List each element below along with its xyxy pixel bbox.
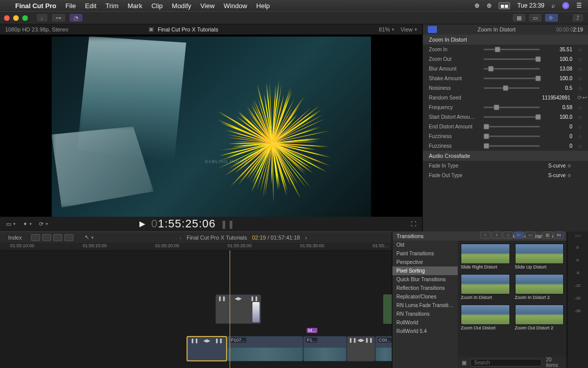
menu-help[interactable]: Help [256, 2, 270, 10]
category-item[interactable]: RollWorld [392, 318, 458, 327]
timeline-body[interactable]: ❚❚ ◀▶ ❚❚ M... ❚❚ ◀▶ ❚❚ P107... P1... ❚❚ [0, 251, 392, 368]
transition-thumb[interactable]: Zoom Out Distort 2 [515, 305, 564, 331]
spotlight-icon[interactable]: ⌕ [552, 2, 555, 9]
keyframe-icon[interactable]: ◇ [578, 105, 582, 110]
transition-inspector-icon[interactable] [428, 26, 437, 33]
param-slider[interactable] [484, 126, 540, 127]
effects-browser-button[interactable]: ▦ [542, 231, 553, 239]
clip-p107[interactable]: P107... [227, 336, 303, 361]
retime-popup[interactable]: ⟳ [39, 221, 48, 227]
param-value[interactable]: 13.08 [547, 66, 572, 72]
reset-icon[interactable]: ↩ [582, 94, 587, 101]
timeline-nav-next[interactable]: › [305, 235, 307, 241]
notification-center-icon[interactable]: ☰ [576, 2, 582, 9]
category-item[interactable]: RN Transitions [392, 310, 458, 318]
background-tasks-button[interactable]: ◔ [69, 13, 83, 22]
transition-thumb[interactable]: Zoom Out Distort [461, 305, 510, 331]
param-slider[interactable] [484, 68, 540, 70]
transition-thumb[interactable]: Slide Right Distort [461, 244, 510, 270]
menu-edit[interactable]: Edit [85, 2, 96, 10]
param-slider[interactable] [484, 49, 540, 50]
marker-tag[interactable]: M... [307, 328, 317, 333]
category-item[interactable]: Quick Blur Transitions [392, 275, 458, 284]
param-slider[interactable] [484, 145, 540, 147]
index-button[interactable]: Index [4, 233, 26, 242]
menu-modify[interactable]: Modify [172, 2, 191, 10]
browser-layout-button[interactable]: ▦ [512, 13, 526, 22]
clip-p1[interactable]: P1... [303, 336, 347, 361]
fullscreen-button[interactable]: ⛶ [411, 221, 416, 227]
overwrite-clip-button[interactable] [64, 234, 74, 241]
category-item[interactable]: Reflection Transitions [392, 284, 458, 292]
transitions-browser-button[interactable]: ⋈ [554, 231, 564, 239]
keyword-button[interactable]: ⊶ [51, 13, 66, 22]
snapping-button[interactable]: ⊨ [514, 231, 524, 239]
keyframe-icon[interactable]: ◇ [578, 66, 582, 72]
share-button[interactable]: ⤴ [572, 13, 584, 22]
param-slider[interactable] [484, 116, 540, 118]
menu-file[interactable]: File [65, 2, 76, 10]
param-slider[interactable] [484, 78, 540, 79]
param-value[interactable]: 0 [547, 133, 572, 139]
playhead[interactable] [230, 251, 230, 368]
search-input[interactable] [470, 359, 542, 366]
effects-popup[interactable]: ✦ [23, 221, 32, 227]
clip-transition-selected[interactable]: ❚❚ ◀▶ ❚❚ [187, 336, 227, 361]
clip-transition-upper[interactable]: ❚❚ ◀▶ ❚❚ [215, 294, 261, 324]
zoom-popup[interactable]: 81% [379, 26, 394, 32]
inspector-toggle-button[interactable]: ⊪ [544, 13, 559, 22]
category-item[interactable]: RN Luma Fade Transitions [392, 301, 458, 310]
keyframe-icon[interactable]: ◇ [578, 57, 582, 62]
menu-trim[interactable]: Trim [105, 2, 119, 10]
regenerate-icon[interactable]: ⟳ [577, 94, 582, 101]
param-value[interactable]: 0.58 [547, 105, 572, 110]
import-button[interactable]: ↓ [36, 13, 48, 22]
insert-clip-button[interactable] [42, 234, 51, 241]
keyframe-icon[interactable]: ◇ [578, 124, 582, 129]
airdrop-icon[interactable]: ⊕ [474, 2, 480, 9]
timeline-nav-prev[interactable]: ‹ [179, 235, 181, 241]
timeline-layout-button[interactable]: ▭ [528, 13, 542, 22]
play-button[interactable]: ▶ [139, 219, 146, 228]
siri-icon[interactable] [562, 2, 569, 9]
view-popup[interactable]: View [400, 26, 417, 32]
fade-out-dropdown[interactable]: S-curve ◇ [548, 173, 571, 178]
category-item[interactable]: Old [392, 241, 458, 249]
clip-audio-right[interactable] [383, 294, 392, 324]
transition-thumb[interactable]: Slide Up Distort [515, 244, 564, 270]
battery-icon[interactable]: ◼◼ [499, 3, 510, 9]
menu-clip[interactable]: Clip [152, 2, 163, 10]
param-value[interactable]: 100.0 [547, 114, 572, 120]
timeline-view-button[interactable]: ▭ [525, 231, 535, 239]
app-name-menu[interactable]: Final Cut Pro [15, 2, 56, 10]
viewer-canvas[interactable]: SABLING HOUSE [0, 35, 422, 217]
menu-view[interactable]: View [200, 2, 214, 10]
fade-in-dropdown[interactable]: S-curve ◇ [548, 163, 571, 169]
window-zoom-button[interactable] [22, 15, 28, 21]
solo-button[interactable]: ♫ [503, 231, 513, 239]
param-value[interactable]: 100.0 [547, 76, 572, 81]
keyframe-icon[interactable]: ◇ [578, 144, 582, 149]
clip-transition-right[interactable]: ❚❚ ◀▶ ❚❚ [347, 336, 375, 361]
append-clip-button[interactable] [53, 234, 62, 241]
param-value[interactable]: 0.5 [547, 85, 572, 91]
select-tool[interactable]: ↖ [85, 234, 94, 241]
transition-thumb[interactable]: Zoom In Distort [461, 274, 510, 300]
thumb-size-icon[interactable]: ▦ [462, 360, 466, 365]
clock[interactable]: Tue 23:39 [517, 2, 544, 9]
param-value[interactable]: 0 [547, 143, 572, 149]
audio-skimming-button[interactable]: ⊧ [492, 231, 502, 239]
category-item[interactable]: Replicator/Clones [392, 292, 458, 301]
wifi-icon[interactable]: ⊚ [487, 2, 492, 9]
window-close-button[interactable] [4, 15, 10, 21]
keyframe-icon[interactable]: ◇ [578, 115, 582, 120]
category-item[interactable]: Paint Transitions [392, 249, 458, 258]
category-item[interactable]: Pixel Sorting [392, 266, 458, 275]
keyframe-icon[interactable]: ◇ [578, 86, 582, 91]
param-value[interactable]: 0 [547, 124, 572, 129]
param-slider[interactable] [484, 58, 540, 60]
keyframe-icon[interactable]: ◇ [578, 134, 582, 139]
param-value[interactable]: 100.0 [547, 56, 572, 62]
category-item[interactable]: RollWorld 5.4 [392, 327, 458, 336]
skimming-button[interactable]: ⊦ [481, 231, 491, 239]
